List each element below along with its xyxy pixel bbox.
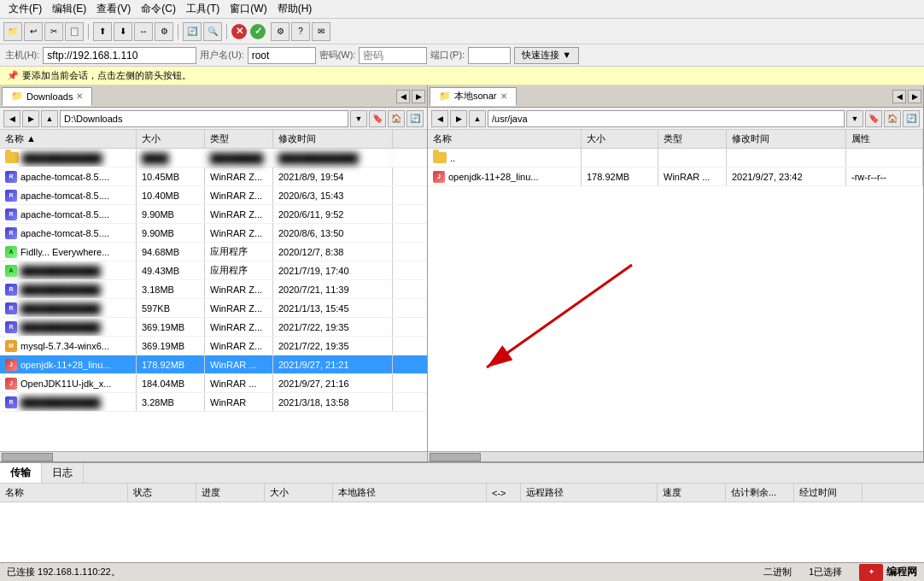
table-row[interactable]: A ████████████ 49.43MB 应用程序 2021/7/19, 1… — [0, 261, 427, 280]
toolbar-msg[interactable]: ✉ — [312, 22, 330, 41]
right-back-btn[interactable]: ◀ — [431, 110, 448, 127]
t-col-status: 状态 — [128, 484, 196, 502]
right-bookmark-btn[interactable]: 🔖 — [865, 110, 882, 127]
left-bookmark-btn[interactable]: 🔖 — [369, 110, 386, 127]
transfer-tab-transfer[interactable]: 传输 — [0, 463, 42, 483]
status-connection: 已连接 192.168.1.110:22。 — [7, 566, 120, 578]
table-row[interactable]: R ████████████ 597KB WinRAR Z... 2021/1/… — [0, 299, 427, 318]
table-row[interactable]: A Fidlly... Everywhere... 94.68MB 应用程序 2… — [0, 243, 427, 261]
table-row[interactable]: J openjdk-11+28_linu... 178.92MB WinRAR … — [428, 167, 923, 186]
transfer-tab-log[interactable]: 日志 — [42, 463, 84, 483]
toolbar-btn8[interactable]: ⚙ — [155, 22, 173, 41]
toolbar-sep3 — [226, 24, 227, 39]
left-col-modified[interactable]: 修改时间 — [273, 130, 393, 148]
right-up-btn[interactable]: ▲ — [469, 110, 486, 127]
toolbar-settings[interactable]: ⚙ — [271, 22, 289, 41]
right-tab-next[interactable]: ▶ — [908, 90, 921, 103]
winrar-icon: R — [5, 227, 17, 239]
left-address-input[interactable] — [60, 110, 348, 127]
right-tab-prev[interactable]: ◀ — [892, 90, 906, 103]
session-notice: 要添加当前会话，点击左侧的箭头按钮。 — [0, 67, 924, 85]
menu-file[interactable]: 文件(F) — [3, 0, 47, 18]
left-col-size[interactable]: 大小 — [137, 130, 205, 148]
table-row[interactable]: R apache-tomcat-8.5.... 9.90MB WinRAR Z.… — [0, 224, 427, 243]
brand-icon: ✦ — [859, 564, 883, 581]
left-tab-prev[interactable]: ◀ — [396, 90, 410, 103]
right-refresh-btn[interactable]: 🔄 — [903, 110, 920, 127]
winrar-icon: R — [5, 208, 17, 220]
left-home-btn[interactable]: 🏠 — [388, 110, 405, 127]
table-row[interactable]: J openjdk-11+28_linu... 178.92MB WinRAR … — [0, 355, 427, 374]
right-col-type[interactable]: 类型 — [658, 130, 727, 148]
right-col-size[interactable]: 大小 — [582, 130, 658, 148]
toolbar-connect[interactable]: ✓ — [250, 24, 266, 39]
toolbar-new-folder[interactable]: 📁 — [3, 22, 22, 41]
right-scrollbar-h[interactable] — [428, 451, 923, 461]
transfer-header: 名称 状态 进度 大小 本地路径 <-> 远程路径 速度 估计剩余... 经过时… — [0, 484, 924, 502]
left-tab-close[interactable]: ✕ — [76, 91, 83, 101]
mysql-icon: M — [5, 340, 17, 352]
menu-window[interactable]: 窗口(W) — [225, 0, 272, 18]
conn-port-input[interactable] — [468, 47, 511, 64]
toolbar-btn9[interactable]: 🔄 — [183, 22, 202, 41]
left-col-type[interactable]: 类型 — [205, 130, 273, 148]
winrar-icon: R — [5, 302, 17, 314]
conn-host-input[interactable]: sftp://192.168.1.110 — [43, 47, 196, 64]
table-row[interactable]: R apache-tomcat-8.5.... 10.40MB WinRAR Z… — [0, 186, 427, 205]
left-tab-next[interactable]: ▶ — [412, 90, 425, 103]
toolbar-download[interactable]: ⬇ — [114, 22, 132, 41]
connection-bar: 主机(H): sftp://192.168.1.110 用户名(U): root… — [0, 44, 924, 67]
app-icon: A — [5, 265, 17, 277]
right-forward-btn[interactable]: ▶ — [450, 110, 467, 127]
left-refresh-btn[interactable]: 🔄 — [406, 110, 424, 127]
conn-pass-input[interactable] — [359, 47, 427, 64]
table-row[interactable]: M mysql-5.7.34-winx6... 369.19MB WinRAR … — [0, 337, 427, 355]
right-tab-close[interactable]: ✕ — [500, 91, 507, 101]
menu-edit[interactable]: 编辑(E) — [47, 0, 91, 18]
table-row[interactable]: R ████████████ 3.18MB WinRAR Z... 2020/7… — [0, 280, 427, 299]
left-tab-nav: ◀ ▶ — [396, 90, 425, 103]
table-row[interactable]: J OpenJDK11U-jdk_x... 184.04MB WinRAR ..… — [0, 374, 427, 393]
folder-icon — [5, 152, 19, 163]
right-dropdown-btn[interactable]: ▼ — [846, 110, 863, 127]
toolbar-btn4[interactable]: 📋 — [65, 22, 84, 41]
right-col-attr[interactable]: 属性 — [846, 130, 923, 148]
right-address-input[interactable] — [488, 110, 845, 127]
left-back-btn[interactable]: ◀ — [3, 110, 20, 127]
toolbar-btn3[interactable]: ✂ — [44, 22, 63, 41]
winrar-icon: R — [5, 321, 17, 333]
toolbar-disconnect[interactable]: ✕ — [231, 24, 247, 39]
right-tab-sonar[interactable]: 📁 本地sonar ✕ — [430, 87, 517, 106]
table-row[interactable]: R ████████████ 369.19MB WinRAR Z... 2021… — [0, 318, 427, 337]
left-forward-btn[interactable]: ▶ — [22, 110, 39, 127]
toolbar-btn2[interactable]: ↩ — [24, 22, 43, 41]
left-col-name[interactable]: 名称 ▲ — [0, 130, 137, 148]
right-col-modified[interactable]: 修改时间 — [727, 130, 846, 148]
left-scrollbar-thumb[interactable] — [2, 453, 53, 461]
table-row[interactable]: R apache-tomcat-8.5.... 9.90MB WinRAR Z.… — [0, 205, 427, 224]
table-row[interactable]: .. — [428, 149, 923, 167]
conn-user-input[interactable]: root — [248, 47, 316, 64]
menu-tools[interactable]: 工具(T) — [181, 0, 225, 18]
transfer-tabs: 传输 日志 — [0, 463, 924, 484]
t-col-local: 本地路径 — [333, 484, 487, 502]
table-row[interactable]: ████████████ ████ ████████ ████████████ — [0, 149, 427, 167]
quickconnect-button[interactable]: 快速连接 ▼ — [514, 47, 579, 64]
menu-help[interactable]: 帮助(H) — [272, 0, 318, 18]
right-home-btn[interactable]: 🏠 — [884, 110, 901, 127]
right-col-name[interactable]: 名称 — [428, 130, 582, 148]
toolbar-btn7[interactable]: ↔ — [134, 22, 153, 41]
left-up-btn[interactable]: ▲ — [41, 110, 58, 127]
table-row[interactable]: R apache-tomcat-8.5.... 10.45MB WinRAR Z… — [0, 167, 427, 186]
table-row[interactable]: R ████████████ 3.28MB WinRAR 2021/3/18, … — [0, 393, 427, 412]
toolbar-help[interactable]: ? — [291, 22, 310, 41]
left-scrollbar-h[interactable] — [0, 451, 427, 461]
status-right: 二进制 1已选择 ✦ 编程网 — [763, 564, 917, 581]
toolbar-btn10[interactable]: 🔍 — [203, 22, 222, 41]
left-tab-downloads[interactable]: 📁 Downloads ✕ — [2, 87, 92, 106]
menu-command[interactable]: 命令(C) — [136, 0, 181, 18]
right-scrollbar-thumb[interactable] — [430, 453, 481, 461]
menu-view[interactable]: 查看(V) — [91, 0, 136, 18]
toolbar-upload[interactable]: ⬆ — [93, 22, 112, 41]
left-dropdown-btn[interactable]: ▼ — [350, 110, 367, 127]
